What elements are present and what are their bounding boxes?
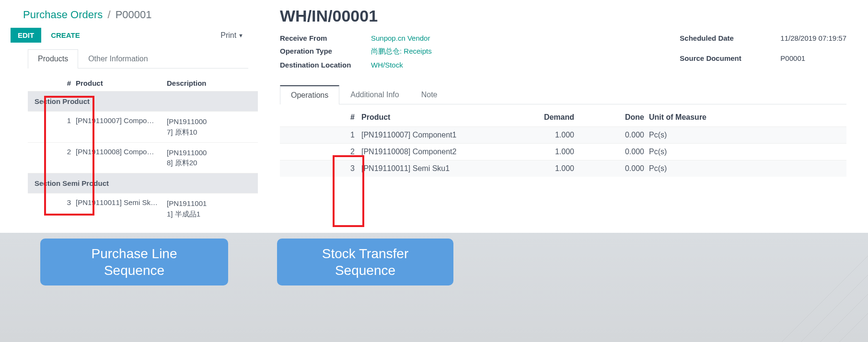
cell-product: [PN19110007] Component1 (361, 131, 529, 139)
print-dropdown[interactable]: Print ▼ (220, 31, 243, 40)
cell-description: [PN19110007] 原料10 (167, 116, 248, 137)
table-row[interactable]: 1 [PN19110007] Component1 1.000 0.000 Pc… (280, 126, 846, 143)
svg-line-2 (801, 275, 868, 342)
st-table: # Product Demand Done Unit of Measure 1 … (280, 109, 846, 177)
label-destination: Destination Location (280, 61, 371, 69)
section-semi-product: Section Semi Product (28, 173, 258, 193)
cell-uom: Pc(s) (649, 131, 735, 139)
col-description: Description (167, 79, 248, 87)
breadcrumb-sep: / (107, 9, 110, 21)
cell-demand: 1.000 (529, 131, 591, 139)
cell-num: 1 (280, 131, 361, 139)
table-row[interactable]: 3 [PN19110011] Semi Sku1 1.000 0.000 Pc(… (280, 160, 846, 177)
toolbar: EDIT CREATE Print ▼ (9, 26, 258, 49)
tab-operations[interactable]: Operations (280, 85, 339, 104)
transfer-tabs: Operations Additional Info Note (280, 85, 846, 104)
cell-demand: 1.000 (529, 164, 591, 173)
table-row[interactable]: 2 [PN19110008] Compo… [PN19110008] 原料20 (28, 142, 258, 173)
meta-row: Receive From Sunpop.cn Vendor Operation … (277, 34, 861, 69)
col-product: Product (361, 113, 529, 122)
svg-line-0 (763, 237, 868, 342)
breadcrumb-current: P00001 (116, 9, 152, 21)
col-demand: Demand (529, 113, 591, 122)
cell-num: 2 (28, 148, 76, 156)
table-row[interactable]: 1 [PN19110007] Compo… [PN19110007] 原料10 (28, 111, 258, 142)
value-destination[interactable]: WH/Stock (371, 61, 432, 69)
cell-description: [PN19110011] 半成品1 (167, 198, 248, 219)
po-tabs: Products Other Information (28, 49, 248, 68)
label-operation-type: Operation Type (280, 47, 371, 56)
table-row[interactable]: 2 [PN19110008] Component2 1.000 0.000 Pc… (280, 143, 846, 160)
print-label: Print (220, 31, 236, 40)
cell-done: 0.000 (591, 131, 649, 139)
tab-other-information[interactable]: Other Information (78, 49, 158, 68)
cell-num: 3 (28, 198, 76, 206)
meta-left: Receive From Sunpop.cn Vendor Operation … (280, 34, 432, 69)
tab-additional-info[interactable]: Additional Info (339, 85, 410, 104)
svg-line-1 (782, 256, 868, 342)
cell-description: [PN19110008] 原料20 (167, 148, 248, 169)
breadcrumb-root[interactable]: Purchase Orders (23, 9, 103, 21)
decorative-lines-icon (734, 208, 868, 342)
col-done: Done (591, 113, 649, 122)
cell-uom: Pc(s) (649, 148, 735, 156)
meta-right: Scheduled Date 11/28/2019 07:19:57 Sourc… (680, 34, 846, 69)
col-number: # (28, 79, 76, 87)
svg-line-3 (820, 294, 868, 342)
po-table: # Product Description Section Product 1 … (28, 75, 258, 224)
value-scheduled-date: 11/28/2019 07:19:57 (780, 34, 846, 49)
cell-num: 3 (280, 164, 361, 173)
cell-product: [PN19110008] Compo… (76, 148, 167, 156)
cell-product: [PN19110008] Component2 (361, 148, 529, 156)
st-table-header: # Product Demand Done Unit of Measure (280, 109, 846, 126)
table-row[interactable]: 3 [PN19110011] Semi Sk… [PN19110011] 半成品… (28, 193, 258, 224)
label-scheduled-date: Scheduled Date (680, 34, 780, 49)
value-operation-type[interactable]: 尚鹏总仓: Receipts (371, 47, 432, 56)
page-title: WH/IN/00001 (277, 0, 861, 34)
callout-stock-transfer-sequence: Stock TransferSequence (277, 239, 453, 285)
cell-product: [PN19110011] Semi Sk… (76, 198, 167, 206)
cell-num: 1 (28, 116, 76, 125)
value-source-document: P00001 (780, 54, 846, 69)
col-product: Product (76, 79, 167, 87)
callout-purchase-line-sequence: Purchase LineSequence (40, 239, 228, 285)
label-source-document: Source Document (680, 54, 780, 69)
cell-demand: 1.000 (529, 148, 591, 156)
col-uom: Unit of Measure (649, 113, 735, 122)
create-button[interactable]: CREATE (46, 28, 85, 42)
cell-done: 0.000 (591, 164, 649, 173)
stock-transfer-panel: WH/IN/00001 Receive From Sunpop.cn Vendo… (277, 0, 861, 177)
tab-note[interactable]: Note (410, 85, 449, 104)
caret-down-icon: ▼ (238, 33, 243, 38)
cell-done: 0.000 (591, 148, 649, 156)
cell-product: [PN19110011] Semi Sku1 (361, 164, 529, 173)
po-table-header: # Product Description (28, 75, 258, 91)
section-product: Section Product (28, 91, 258, 111)
breadcrumb: Purchase Orders / P00001 (9, 0, 258, 26)
purchase-order-panel: Purchase Orders / P00001 EDIT CREATE Pri… (9, 0, 258, 224)
col-number: # (280, 113, 361, 122)
tab-products[interactable]: Products (28, 49, 78, 68)
cell-num: 2 (280, 148, 361, 156)
cell-uom: Pc(s) (649, 164, 735, 173)
cell-product: [PN19110007] Compo… (76, 116, 167, 125)
value-receive-from[interactable]: Sunpop.cn Vendor (371, 34, 432, 42)
edit-button[interactable]: EDIT (11, 28, 41, 43)
label-receive-from: Receive From (280, 34, 371, 42)
